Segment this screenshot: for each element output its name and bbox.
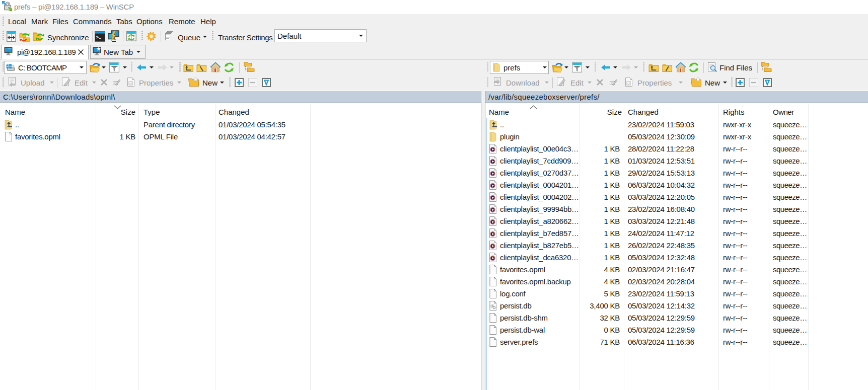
- svg-text:>: >: [96, 35, 99, 40]
